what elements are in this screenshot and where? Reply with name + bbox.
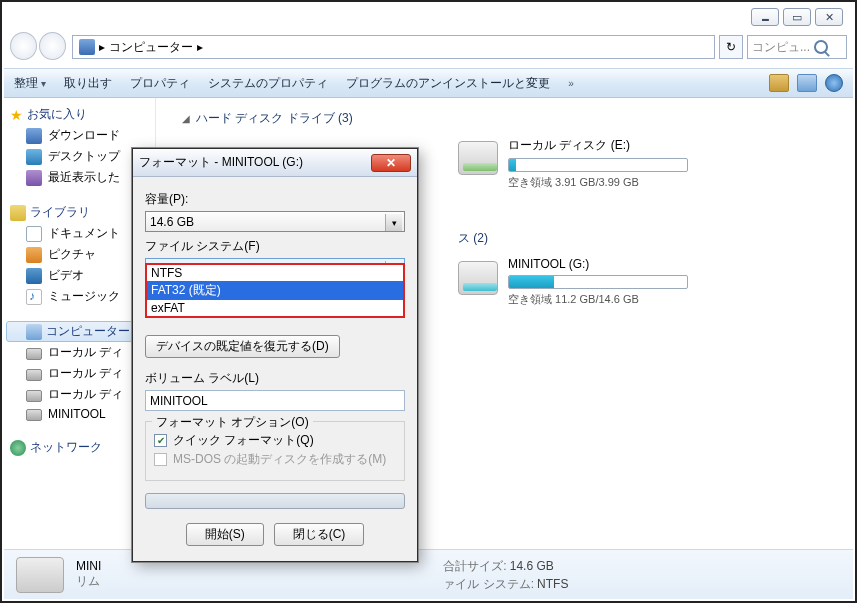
uninstall-button[interactable]: プログラムのアンインストールと変更: [346, 75, 550, 92]
address-sep: ▸: [99, 40, 105, 54]
dialog-title: フォーマット - MINITOOL (G:): [139, 154, 371, 171]
nav-back-button[interactable]: [10, 32, 37, 60]
computer-sidebar-icon: [26, 324, 42, 340]
format-options-group-label: フォーマット オプション(O): [152, 414, 313, 431]
sidebar-pictures[interactable]: ピクチャ: [6, 244, 153, 265]
details-drive-icon: [16, 557, 64, 593]
toolbar-overflow[interactable]: »: [568, 78, 574, 89]
sidebar-network[interactable]: ネットワーク: [6, 437, 153, 458]
format-progress-bar: [145, 493, 405, 509]
minimize-button[interactable]: 🗕: [751, 8, 779, 26]
fs-option-exfat[interactable]: exFAT: [147, 300, 403, 316]
sidebar-local-e[interactable]: ローカル ディ: [6, 384, 153, 405]
details-name: MINI: [76, 559, 101, 573]
nav-forward-button[interactable]: [39, 32, 66, 60]
volume-label-input[interactable]: [145, 390, 405, 411]
sidebar-computer[interactable]: コンピューター: [6, 321, 153, 342]
hdd-icon: [26, 409, 42, 421]
library-icon: [10, 205, 26, 221]
msdos-label: MS-DOS の起動ディスクを作成する(M): [173, 451, 386, 468]
collapse-icon: ◢: [182, 113, 190, 124]
details-fs-value: NTFS: [537, 577, 568, 591]
hdd-icon: [26, 369, 42, 381]
music-icon: [26, 289, 42, 305]
organize-menu[interactable]: 整理 ▾: [14, 75, 46, 92]
sidebar-recent[interactable]: 最近表示した: [6, 167, 153, 188]
details-type: リム: [76, 573, 101, 590]
download-icon: [26, 128, 42, 144]
sidebar-local-d[interactable]: ローカル ディ: [6, 363, 153, 384]
capacity-value: 14.6 GB: [150, 215, 194, 229]
fs-option-ntfs[interactable]: NTFS: [147, 265, 403, 281]
search-icon: [814, 40, 828, 54]
hdd-section-header[interactable]: ◢ハード ディスク ドライブ (3): [182, 110, 841, 127]
address-bar[interactable]: ▸ コンピューター ▸: [72, 35, 715, 59]
preview-icon[interactable]: [797, 74, 817, 92]
fs-option-fat32[interactable]: FAT32 (既定): [147, 281, 403, 300]
sidebar-videos[interactable]: ビデオ: [6, 265, 153, 286]
video-icon: [26, 268, 42, 284]
drive-e[interactable]: ローカル ディスク (E:) 空き領域 3.91 GB/3.99 GB: [458, 137, 688, 190]
address-text: コンピューター: [109, 39, 193, 56]
sidebar-libraries[interactable]: ライブラリ: [6, 202, 153, 223]
eject-button[interactable]: 取り出す: [64, 75, 112, 92]
help-icon[interactable]: [825, 74, 843, 92]
sidebar-favorites[interactable]: ★お気に入り: [6, 104, 153, 125]
recent-icon: [26, 170, 42, 186]
removable-section-header[interactable]: ス (2): [458, 230, 841, 247]
format-dialog: フォーマット - MINITOOL (G:) ✕ 容量(P): 14.6 GB …: [132, 148, 418, 562]
drive-free-text: 空き領域 11.2 GB/14.6 GB: [508, 292, 688, 307]
drive-icon: [458, 141, 498, 175]
dropdown-icon: ▾: [385, 214, 402, 231]
search-placeholder: コンピュ...: [752, 39, 810, 56]
address-sep: ▸: [197, 40, 203, 54]
star-icon: ★: [10, 107, 23, 123]
properties-button[interactable]: プロパティ: [130, 75, 190, 92]
start-button[interactable]: 開始(S): [186, 523, 264, 546]
filesystem-label: ファイル システム(F): [145, 238, 405, 255]
details-fs-label: ァイル システム:: [443, 577, 534, 591]
drive-g[interactable]: MINITOOL (G:) 空き領域 11.2 GB/14.6 GB: [458, 257, 688, 307]
sidebar-desktop[interactable]: デスクトップ: [6, 146, 153, 167]
sidebar-local-c[interactable]: ローカル ディ: [6, 342, 153, 363]
view-icon[interactable]: [769, 74, 789, 92]
hdd-icon: [26, 348, 42, 360]
refresh-button[interactable]: ↻: [719, 35, 743, 59]
drive-usage-bar: [508, 275, 688, 289]
window-close-button[interactable]: ✕: [815, 8, 843, 26]
search-input[interactable]: コンピュ...: [747, 35, 847, 59]
drive-name: ローカル ディスク (E:): [508, 137, 688, 154]
sidebar-documents[interactable]: ドキュメント: [6, 223, 153, 244]
msdos-checkbox: [154, 453, 167, 466]
close-button[interactable]: 閉じる(C): [274, 523, 365, 546]
capacity-label: 容量(P):: [145, 191, 405, 208]
quick-format-label: クイック フォーマット(Q): [173, 432, 314, 449]
explorer-toolbar: 整理 ▾ 取り出す プロパティ システムのプロパティ プログラムのアンインストー…: [4, 68, 853, 98]
dialog-close-button[interactable]: ✕: [371, 154, 411, 172]
volume-label-label: ボリューム ラベル(L): [145, 370, 405, 387]
desktop-icon: [26, 149, 42, 165]
sidebar-music[interactable]: ミュージック: [6, 286, 153, 307]
network-icon: [10, 440, 26, 456]
sidebar-minitool[interactable]: MINITOOL: [6, 405, 153, 423]
drive-name: MINITOOL (G:): [508, 257, 688, 271]
restore-defaults-button[interactable]: デバイスの既定値を復元する(D): [145, 335, 340, 358]
system-properties-button[interactable]: システムのプロパティ: [208, 75, 328, 92]
capacity-combo[interactable]: 14.6 GB ▾: [145, 211, 405, 232]
details-size-label: 合計サイズ:: [443, 559, 506, 573]
drive-usage-bar: [508, 158, 688, 172]
maximize-button[interactable]: ▭: [783, 8, 811, 26]
quick-format-checkbox[interactable]: ✔: [154, 434, 167, 447]
computer-icon: [79, 39, 95, 55]
drive-free-text: 空き領域 3.91 GB/3.99 GB: [508, 175, 688, 190]
picture-icon: [26, 247, 42, 263]
drive-icon: [458, 261, 498, 295]
sidebar-downloads[interactable]: ダウンロード: [6, 125, 153, 146]
details-size-value: 14.6 GB: [510, 559, 554, 573]
filesystem-dropdown-list: NTFS FAT32 (既定) exFAT: [145, 263, 405, 318]
hdd-icon: [26, 390, 42, 402]
document-icon: [26, 226, 42, 242]
